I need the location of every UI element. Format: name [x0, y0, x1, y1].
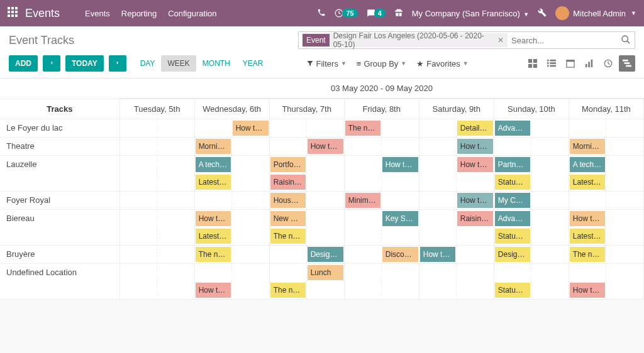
nav-reporting[interactable]: Reporting — [121, 9, 157, 18]
gantt-cell[interactable]: Key Succ… — [344, 210, 419, 246]
company-selector[interactable]: My Company (San Francisco) ▼ — [412, 9, 530, 18]
gantt-cell[interactable] — [269, 119, 344, 138]
period-month[interactable]: MONTH — [196, 55, 236, 72]
gantt-cell[interactable] — [494, 138, 569, 156]
event-pill[interactable]: How to b… — [196, 211, 231, 226]
event-pill[interactable]: The new … — [345, 121, 380, 136]
gantt-cell[interactable] — [569, 192, 643, 210]
gantt-cell[interactable]: How to d… — [269, 138, 344, 156]
event-pill[interactable]: How to fo… — [457, 157, 493, 172]
gantt-cell[interactable]: Advanced…Status & … — [494, 210, 569, 246]
event-pill[interactable]: How to d… — [570, 283, 605, 298]
event-pill[interactable]: Status & … — [495, 283, 530, 298]
event-pill[interactable]: How to d… — [196, 283, 231, 298]
event-pill[interactable]: The new … — [570, 247, 605, 262]
gantt-cell[interactable] — [344, 138, 419, 156]
gantt-cell[interactable]: Morning … — [194, 138, 269, 156]
event-pill[interactable]: Morning … — [570, 139, 605, 154]
event-pill[interactable]: The new … — [270, 283, 306, 298]
event-pill[interactable]: How to b… — [570, 211, 605, 226]
view-activity[interactable] — [600, 55, 616, 72]
favorites-button[interactable]: ★ Favorites ▼ — [416, 59, 468, 68]
gantt-cell[interactable]: How to b…Latest tre… — [569, 210, 643, 246]
period-year[interactable]: YEAR — [236, 55, 270, 72]
event-pill[interactable]: Key Succ… — [382, 211, 418, 226]
view-gantt[interactable] — [619, 55, 635, 72]
search-input[interactable] — [508, 36, 621, 45]
event-pill[interactable]: Detailed r… — [457, 121, 493, 136]
period-day[interactable]: DAY — [134, 55, 162, 72]
gantt-cell[interactable] — [119, 138, 194, 156]
gantt-cell[interactable]: How to b…Latest tre… — [194, 210, 269, 246]
gantt-cell[interactable] — [194, 192, 269, 210]
gantt-cell[interactable] — [344, 264, 419, 300]
filters-button[interactable]: Filters ▼ — [306, 59, 347, 68]
gantt-cell[interactable]: The new … — [344, 119, 419, 138]
nav-events[interactable]: Events — [85, 9, 110, 18]
gantt-cell[interactable]: A technic…Latest tre… — [194, 156, 269, 192]
gantt-cell[interactable]: The new … — [194, 246, 269, 264]
search-icon[interactable] — [621, 35, 631, 46]
gantt-cell[interactable]: Status & … — [494, 264, 569, 300]
gantt-cell[interactable]: My Comp… — [494, 192, 569, 210]
event-pill[interactable]: Portfolio … — [270, 157, 306, 172]
view-list[interactable] — [543, 55, 560, 72]
next-button[interactable] — [109, 55, 126, 72]
gantt-cell[interactable]: New Certi…The new … — [269, 210, 344, 246]
event-pill[interactable]: Raising q… — [457, 211, 493, 226]
gantt-cell[interactable]: Portfolio …Raising q… — [269, 156, 344, 192]
gantt-cell[interactable]: How to d… — [194, 264, 269, 300]
facet-remove-icon[interactable]: ✕ — [494, 36, 508, 45]
gantt-cell[interactable]: Design co… — [494, 246, 569, 264]
event-pill[interactable]: Partnersh… — [495, 157, 530, 172]
event-pill[interactable]: Discover … — [382, 247, 418, 262]
view-kanban[interactable] — [525, 55, 541, 72]
event-pill[interactable]: How to i… — [420, 247, 455, 262]
gantt-cell[interactable]: How to i… — [419, 246, 494, 264]
event-pill[interactable]: My Comp… — [495, 193, 530, 208]
gantt-cell[interactable]: Minimal b… — [344, 192, 419, 210]
event-pill[interactable]: Design co… — [308, 247, 343, 262]
gantt-cell[interactable] — [119, 119, 194, 138]
gantt-cell[interactable]: Discover … — [344, 246, 419, 264]
gantt-cell[interactable]: How to d… — [419, 138, 494, 156]
gantt-cell[interactable] — [419, 264, 494, 300]
view-graph[interactable] — [581, 55, 597, 72]
event-pill[interactable]: Latest tre… — [196, 175, 231, 190]
event-pill[interactable]: Design co… — [495, 247, 530, 262]
gantt-cell[interactable] — [119, 264, 194, 300]
brand-title[interactable]: Events — [25, 7, 60, 20]
gantt-cell[interactable] — [569, 119, 643, 138]
search-box[interactable]: Event Design Fair Los Angeles (2020-05-0… — [298, 31, 635, 49]
prev-button[interactable] — [43, 55, 60, 72]
chat-icon[interactable]: 4 — [367, 9, 386, 18]
event-pill[interactable]: A technic… — [570, 157, 605, 172]
event-pill[interactable]: Morning … — [196, 139, 231, 154]
gantt-cell[interactable]: Advanced… — [494, 119, 569, 138]
event-pill[interactable]: Latest tre… — [570, 229, 605, 244]
user-menu[interactable]: Mitchell Admin ▼ — [555, 6, 636, 20]
apps-icon[interactable] — [8, 7, 18, 20]
event-pill[interactable]: Latest tre… — [570, 175, 605, 190]
gantt-cell[interactable]: Detailed r… — [419, 119, 494, 138]
event-pill[interactable]: How to d… — [457, 139, 493, 154]
debug-icon[interactable] — [538, 8, 547, 19]
gantt-cell[interactable]: How to d… — [569, 264, 643, 300]
event-pill[interactable]: Status & … — [495, 229, 530, 244]
event-pill[interactable]: The new … — [196, 247, 231, 262]
gantt-cell[interactable]: Partnersh…Status & … — [494, 156, 569, 192]
groupby-button[interactable]: ≡ Group By ▼ — [357, 59, 406, 68]
event-pill[interactable]: Status & … — [495, 175, 530, 190]
gantt-cell[interactable]: LunchThe new … — [269, 264, 344, 300]
gantt-cell[interactable] — [119, 156, 194, 192]
event-pill[interactable]: Advanced… — [495, 211, 530, 226]
event-pill[interactable]: Lunch — [308, 265, 343, 280]
gantt-cell[interactable]: Design co… — [269, 246, 344, 264]
activity-icon[interactable]: 75 — [335, 9, 357, 18]
event-pill[interactable]: Minimal b… — [345, 193, 380, 208]
event-pill[interactable]: House of … — [270, 193, 306, 208]
gantt-cell[interactable] — [119, 246, 194, 264]
event-pill[interactable]: How to in… — [233, 121, 269, 136]
gantt-cell[interactable] — [119, 192, 194, 210]
gantt-cell[interactable]: How to c… — [344, 156, 419, 192]
